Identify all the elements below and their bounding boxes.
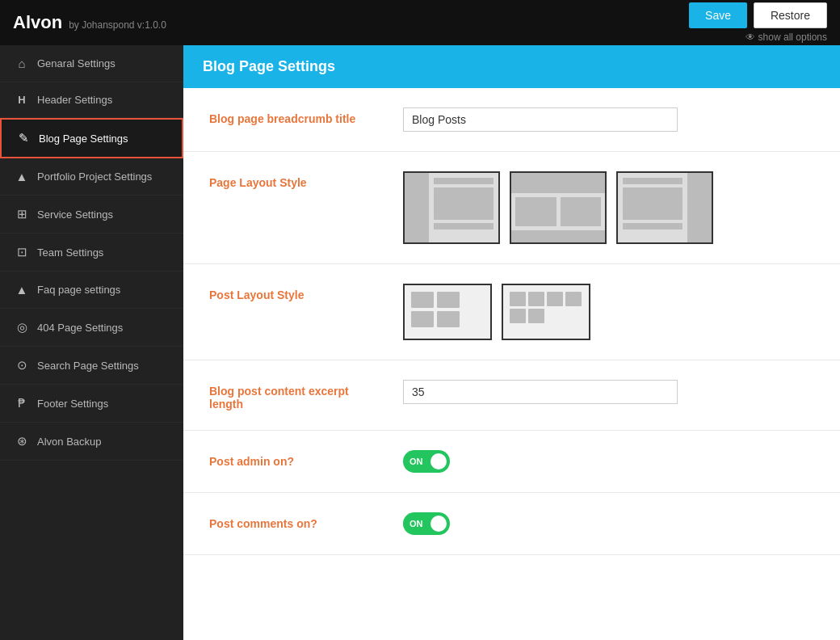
section-excerpt-length: Blog post content excerpt length [183, 360, 840, 431]
post-admin-toggle-label: ON [410, 457, 423, 466]
footer-icon: ₱ [15, 396, 29, 411]
home-icon: ⌂ [15, 57, 29, 70]
sidebar-label-blog: Blog Page Settings [39, 133, 128, 145]
section-post-comments: Post comments on? ON [183, 493, 840, 555]
label-post-admin: Post admin on? [209, 450, 371, 468]
page-title: Blog Page Settings [203, 58, 335, 74]
post-layout-option-grid2[interactable] [403, 284, 492, 340]
breadcrumb-title-input[interactable] [403, 107, 678, 132]
control-excerpt-length [403, 380, 814, 404]
sidebar-item-footer[interactable]: ₱ Footer Settings [0, 385, 183, 423]
sidebar-label-team: Team Settings [37, 246, 103, 259]
sidebar-label-general: Genaral Settings [37, 57, 116, 69]
sidebar-item-404[interactable]: ◎ 404 Page Settings [0, 309, 183, 347]
excerpt-length-input[interactable] [403, 380, 678, 404]
sidebar-item-header[interactable]: H Header Settings [0, 82, 183, 118]
sidebar-item-service[interactable]: ⊞ Service Settings [0, 196, 183, 234]
label-post-comments: Post comments on? [209, 512, 371, 530]
sidebar-label-404: 404 Page Settings [37, 322, 123, 334]
portfolio-icon: ▲ [15, 170, 29, 183]
restore-button[interactable]: Restore [754, 2, 827, 28]
label-breadcrumb-title: Blog page breadcrumb title [209, 107, 371, 125]
layout-sidebar-right [687, 173, 712, 242]
post-admin-toggle[interactable]: ON [403, 450, 450, 473]
section-breadcrumb-title: Blog page breadcrumb title [183, 88, 840, 152]
topbar: Alvon by Johanspond v:1.0.0 Save Restore… [0, 0, 840, 45]
toggle-knob [430, 453, 447, 469]
service-icon: ⊞ [15, 207, 29, 221]
control-post-admin: ON [403, 450, 814, 473]
post-layout-options [403, 284, 814, 340]
sidebar-item-portfolio[interactable]: ▲ Portfolio Project Settings [0, 158, 183, 196]
sidebar-item-search[interactable]: ⊙ Search Page Settings [0, 347, 183, 385]
toggle-knob-comments [430, 516, 447, 532]
layout-main-right [618, 173, 687, 242]
sidebar-label-footer: Footer Settings [37, 398, 108, 410]
content-area: Blog Page Settings Blog page breadcrumb … [183, 45, 840, 640]
post-admin-toggle-wrapper: ON [403, 450, 814, 473]
show-all-options-link[interactable]: 👁 show all options [746, 32, 827, 43]
sidebar-label-service: Service Settings [37, 208, 113, 221]
faq-icon: ▲ [15, 283, 29, 297]
brand-area: Alvon by Johanspond v:1.0.0 [13, 12, 166, 33]
control-post-layout [403, 284, 814, 340]
sidebar-item-team[interactable]: ⊡ Team Settings [0, 234, 183, 272]
post-comments-toggle[interactable]: ON [403, 512, 450, 535]
topbar-actions: Save Restore 👁 show all options [689, 2, 827, 43]
sidebar-label-faq: Faq page settings [37, 284, 120, 296]
sidebar-label-backup: Alvon Backup [37, 436, 102, 448]
post-comments-toggle-wrapper: ON [403, 512, 814, 535]
label-excerpt-length: Blog post content excerpt length [209, 380, 371, 411]
sidebar-label-search: Search Page Settings [37, 360, 139, 372]
sidebar-item-faq[interactable]: ▲ Faq page settings [0, 272, 183, 309]
layout-option-full-width[interactable] [510, 171, 607, 244]
sidebar-item-blog[interactable]: ✎ Blog Page Settings [0, 118, 183, 158]
sidebar-label-portfolio: Portfolio Project Settings [37, 171, 152, 183]
search-icon: ⊙ [15, 358, 29, 373]
post-comments-toggle-label: ON [410, 519, 423, 528]
team-icon: ⊡ [15, 245, 29, 259]
sidebar-label-header: Header Settings [37, 94, 112, 106]
sidebar: ⌂ Genaral Settings H Header Settings ✎ B… [0, 45, 183, 640]
header-icon: H [15, 94, 29, 106]
section-page-layout: Page Layout Style [183, 152, 840, 264]
layout-sidebar [405, 173, 429, 242]
brand-name: Alvon [13, 12, 62, 33]
layout-top-bar [511, 173, 605, 193]
section-post-admin: Post admin on? ON [183, 431, 840, 493]
edit-icon: ✎ [16, 131, 31, 145]
label-post-layout: Post Layout Style [209, 284, 371, 301]
layout-main [429, 173, 498, 242]
layout-option-sidebar-right[interactable] [616, 171, 713, 244]
sidebar-item-backup[interactable]: ⊛ Alvon Backup [0, 423, 183, 461]
layout-mid [511, 193, 605, 230]
control-breadcrumb-title [403, 107, 814, 132]
section-post-layout: Post Layout Style [183, 264, 840, 360]
control-page-layout [403, 171, 814, 244]
backup-icon: ⊛ [15, 434, 29, 448]
label-page-layout: Page Layout Style [209, 171, 371, 189]
sidebar-item-general[interactable]: ⌂ Genaral Settings [0, 45, 183, 82]
control-post-comments: ON [403, 512, 814, 535]
404-icon: ◎ [15, 320, 29, 335]
post-layout-option-grid3[interactable] [502, 284, 590, 340]
brand-version: by Johanspond v:1.0.0 [69, 19, 166, 31]
page-layout-options [403, 171, 814, 244]
eye-icon: 👁 [746, 32, 755, 43]
save-button[interactable]: Save [689, 2, 747, 28]
topbar-buttons: Save Restore [689, 2, 827, 28]
main-layout: ⌂ Genaral Settings H Header Settings ✎ B… [0, 45, 840, 640]
layout-option-sidebar-left[interactable] [403, 171, 500, 244]
content-header: Blog Page Settings [183, 45, 840, 88]
layout-bottom-bar [511, 230, 605, 242]
